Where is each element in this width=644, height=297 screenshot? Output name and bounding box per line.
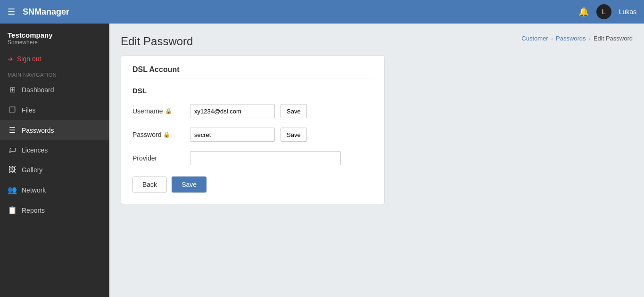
breadcrumb-customer[interactable]: Customer xyxy=(521,35,548,42)
navbar-username: Lukas xyxy=(619,8,636,16)
reports-icon: 📋 xyxy=(8,206,17,215)
gallery-icon: 🖼 xyxy=(8,166,17,174)
password-field-group: Password 🔒 Save xyxy=(132,128,373,142)
company-name: Testcompany xyxy=(8,31,102,39)
sidebar-item-gallery[interactable]: 🖼 Gallery xyxy=(0,160,109,180)
save-button[interactable]: Save xyxy=(172,177,206,193)
sidebar-item-dashboard[interactable]: ⊞ Dashboard xyxy=(0,80,109,100)
sidebar-item-label: Reports xyxy=(22,207,45,214)
sidebar-item-label: Files xyxy=(22,106,36,114)
provider-field-group: Provider xyxy=(132,151,373,165)
section-subtitle: DSL xyxy=(132,87,373,95)
username-save-button[interactable]: Save xyxy=(281,104,307,118)
navbar-right: 🔔 L Lukas xyxy=(578,4,636,19)
username-field-group: Username 🔒 Save xyxy=(132,104,373,118)
password-lock-icon: 🔒 xyxy=(163,131,170,138)
files-icon: ❐ xyxy=(8,105,17,114)
signout-icon: ➜ xyxy=(8,55,13,63)
breadcrumb-sep-1: › xyxy=(551,35,553,42)
dashboard-icon: ⊞ xyxy=(8,85,17,94)
breadcrumb: Customer › Passwords › Edit Password xyxy=(521,35,633,42)
breadcrumb-passwords[interactable]: Passwords xyxy=(556,35,586,42)
sidebar-company: Testcompany Somewhere xyxy=(0,24,109,49)
username-label: Username 🔒 xyxy=(132,107,184,115)
avatar: L xyxy=(596,4,611,19)
form-actions: Back Save xyxy=(132,177,373,193)
username-lock-icon: 🔒 xyxy=(165,108,172,114)
sidebar-item-reports[interactable]: 📋 Reports xyxy=(0,200,109,220)
layout: Testcompany Somewhere ➜ Sign out MAIN NA… xyxy=(0,24,644,297)
nav-section-label: MAIN NAVIGATION xyxy=(0,68,109,80)
password-label: Password 🔒 xyxy=(132,131,184,138)
breadcrumb-sep-2: › xyxy=(589,35,591,42)
page-title: Edit Password xyxy=(121,35,193,48)
hamburger-icon[interactable]: ☰ xyxy=(8,7,15,17)
provider-input[interactable] xyxy=(190,151,341,165)
sidebar-item-licences[interactable]: 🏷 Licences xyxy=(0,140,109,160)
back-button[interactable]: Back xyxy=(132,177,167,193)
provider-label: Provider xyxy=(132,154,184,162)
main-content: Edit Password Customer › Passwords › Edi… xyxy=(109,24,644,297)
breadcrumb-row: Edit Password Customer › Passwords › Edi… xyxy=(121,35,633,48)
app-brand: SNManager xyxy=(23,7,69,17)
sidebar-item-label: Network xyxy=(22,186,46,194)
company-sub: Somewhere xyxy=(8,39,102,46)
signout-button[interactable]: ➜ Sign out xyxy=(0,49,109,68)
sidebar-item-network[interactable]: 👥 Network xyxy=(0,180,109,200)
sidebar-item-label: Dashboard xyxy=(22,86,54,94)
sidebar: Testcompany Somewhere ➜ Sign out MAIN NA… xyxy=(0,24,109,297)
breadcrumb-current: Edit Password xyxy=(594,35,633,42)
signout-label: Sign out xyxy=(17,55,41,63)
sidebar-item-files[interactable]: ❐ Files xyxy=(0,100,109,120)
password-input[interactable] xyxy=(190,128,275,142)
bell-icon[interactable]: 🔔 xyxy=(578,7,589,17)
sidebar-item-label: Gallery xyxy=(22,166,42,174)
licences-icon: 🏷 xyxy=(8,146,17,154)
navbar: ☰ SNManager 🔔 L Lukas xyxy=(0,0,644,24)
sidebar-item-label: Licences xyxy=(22,146,48,154)
sidebar-item-passwords[interactable]: ☰ Passwords xyxy=(0,120,109,140)
username-input[interactable] xyxy=(190,104,275,118)
sidebar-item-label: Passwords xyxy=(22,127,54,134)
password-save-button[interactable]: Save xyxy=(281,128,307,142)
card-title: DSL Account xyxy=(132,65,373,79)
edit-password-card: DSL Account DSL Username 🔒 Save Password… xyxy=(121,56,385,204)
passwords-icon: ☰ xyxy=(8,126,17,135)
network-icon: 👥 xyxy=(8,185,17,194)
